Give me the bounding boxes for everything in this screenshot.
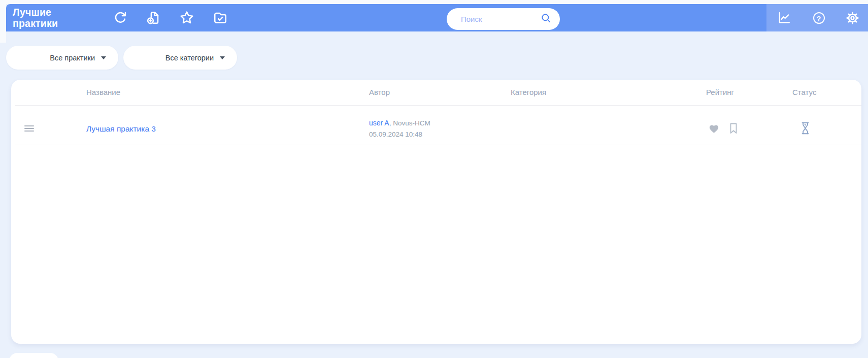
author-org: , Novus-HCM xyxy=(389,119,430,127)
left-margin xyxy=(0,0,6,43)
author-link[interactable]: user A xyxy=(369,119,389,127)
folder-check-icon xyxy=(213,10,228,25)
analytics-button[interactable] xyxy=(777,10,792,25)
practices-table: Название Автор Категория Рейтинг Статус … xyxy=(11,80,861,344)
app-root: Лучшие практики xyxy=(0,0,868,358)
heart-icon[interactable] xyxy=(709,124,719,136)
column-header-category: Категория xyxy=(511,88,546,96)
pagination-stub[interactable] xyxy=(9,353,58,358)
divider xyxy=(15,145,861,145)
help-icon: ? xyxy=(813,12,825,24)
author-cell: user A, Novus-HCM 05.09.2024 10:48 xyxy=(369,118,430,138)
refresh-icon xyxy=(113,11,127,25)
refresh-button[interactable] xyxy=(113,10,128,25)
chevron-down-icon xyxy=(101,56,106,59)
column-header-rating: Рейтинг xyxy=(706,88,734,96)
row-menu-button[interactable] xyxy=(20,120,38,137)
categories-filter-dropdown[interactable]: Все категории xyxy=(123,46,237,70)
chevron-down-icon xyxy=(220,56,225,59)
analytics-icon xyxy=(777,11,791,25)
practices-filter-label: Все практики xyxy=(50,54,95,62)
add-practice-button[interactable] xyxy=(146,10,161,25)
app-header: Лучшие практики xyxy=(6,4,868,31)
add-document-icon xyxy=(146,10,161,25)
column-header-name: Название xyxy=(86,88,120,96)
practices-filter-dropdown[interactable]: Все практики xyxy=(6,46,118,70)
search-icon[interactable] xyxy=(541,13,552,26)
top-margin xyxy=(0,0,868,4)
settings-button[interactable] xyxy=(845,10,860,25)
search-input[interactable] xyxy=(460,14,541,24)
hourglass-icon xyxy=(799,121,811,138)
publish-date: 05.09.2024 10:48 xyxy=(369,131,430,138)
star-icon xyxy=(179,10,194,25)
categories-filter-label: Все категории xyxy=(165,54,214,62)
column-header-author: Автор xyxy=(369,88,390,96)
my-practices-button[interactable] xyxy=(213,10,228,25)
column-header-status: Статус xyxy=(792,88,816,96)
search-box[interactable] xyxy=(447,8,560,30)
help-button[interactable]: ? xyxy=(811,10,826,25)
practice-link[interactable]: Лучшая практика 3 xyxy=(86,124,156,134)
bookmark-icon[interactable] xyxy=(729,122,738,137)
favorites-button[interactable] xyxy=(179,10,194,25)
settings-icon xyxy=(845,11,860,25)
divider xyxy=(15,105,861,106)
app-title: Лучшие практики xyxy=(13,7,74,29)
